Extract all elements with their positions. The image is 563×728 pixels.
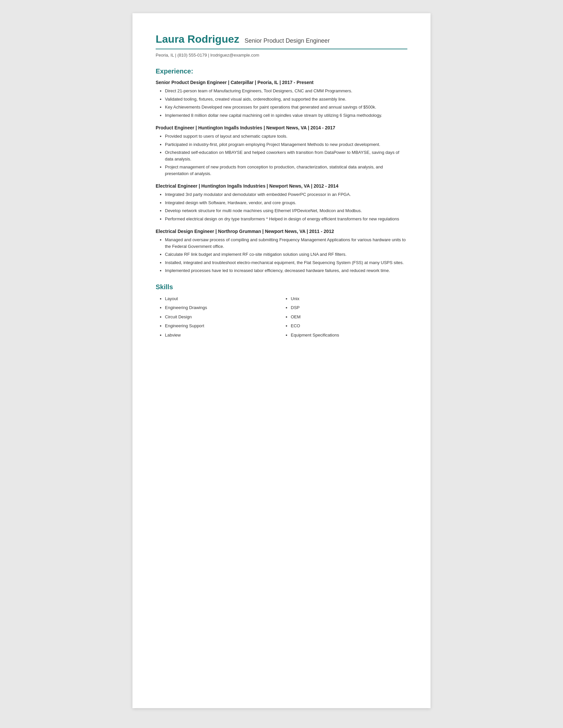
list-item: ECO	[291, 323, 407, 329]
list-item: Labview	[165, 332, 282, 339]
job-bullets-1: Direct 21-person team of Manufacturing E…	[156, 88, 407, 118]
list-item: Circuit Design	[165, 314, 282, 320]
list-item: OEM	[291, 314, 407, 320]
list-item: Integrated design with Software, Hardwar…	[165, 200, 407, 206]
list-item: Implemented 8 million dollar new capital…	[165, 112, 407, 119]
list-item: Orchestrated self-education on MBAYSE an…	[165, 149, 407, 162]
job-heading-1: Senior Product Design Engineer | Caterpi…	[156, 80, 407, 85]
experience-section: Experience: Senior Product Design Engine…	[156, 68, 407, 274]
job-bullets-2: Provided support to users of layout and …	[156, 133, 407, 177]
experience-title: Experience:	[156, 68, 407, 75]
list-item: Unix	[291, 296, 407, 302]
resume-page: Laura Rodriguez Senior Product Design En…	[132, 13, 431, 708]
list-item: Engineering Drawings	[165, 304, 282, 311]
skills-left-col: Layout Engineering Drawings Circuit Desi…	[156, 296, 282, 341]
job-heading-3: Electrical Engineer | Huntington Ingalls…	[156, 183, 407, 189]
list-item: Develop network structure for multi node…	[165, 207, 407, 214]
name-title-row: Laura Rodriguez Senior Product Design En…	[156, 33, 407, 45]
list-item: Equipment Specifications	[291, 332, 407, 339]
list-item: Implemented processes have led to increa…	[165, 267, 407, 274]
list-item: Installed, integrated and troubleshoot e…	[165, 259, 407, 266]
list-item: Project management of new products from …	[165, 164, 407, 177]
header-divider	[156, 49, 407, 49]
skills-right-col: Unix DSP OEM ECO Equipment Specification…	[282, 296, 407, 341]
job-heading-2: Product Engineer | Huntington Ingalls In…	[156, 125, 407, 130]
list-item: Provided support to users of layout and …	[165, 133, 407, 140]
contact-info: Peoria, IL | (810) 555-0179 | lrodriguez…	[156, 53, 407, 58]
job-heading-4: Electrical Design Engineer | Northrop Gr…	[156, 229, 407, 234]
job-block-3: Electrical Engineer | Huntington Ingalls…	[156, 183, 407, 222]
skills-columns: Layout Engineering Drawings Circuit Desi…	[156, 296, 407, 341]
job-bullets-3: Integrated 3rd party modulator and demod…	[156, 191, 407, 222]
job-bullets-4: Managed and oversaw process of compiling…	[156, 237, 407, 274]
list-item: Performed electrical design on dry type …	[165, 216, 407, 222]
list-item: Engineering Support	[165, 323, 282, 329]
job-title-header: Senior Product Design Engineer	[244, 37, 330, 44]
list-item: Calculate RF link budget and implement R…	[165, 251, 407, 258]
skills-title: Skills	[156, 283, 407, 291]
job-block-1: Senior Product Design Engineer | Caterpi…	[156, 80, 407, 118]
list-item: DSP	[291, 304, 407, 311]
header-section: Laura Rodriguez Senior Product Design En…	[156, 33, 407, 58]
skills-left-list: Layout Engineering Drawings Circuit Desi…	[156, 296, 282, 339]
list-item: Managed and oversaw process of compiling…	[165, 237, 407, 250]
job-block-4: Electrical Design Engineer | Northrop Gr…	[156, 229, 407, 274]
list-item: Validated tooling, fixtures, created vis…	[165, 96, 407, 103]
list-item: Integrated 3rd party modulator and demod…	[165, 191, 407, 198]
list-item: Participated in industry-first, pilot pr…	[165, 141, 407, 148]
list-item: Layout	[165, 296, 282, 302]
list-item: Key Achievements Developed new processes…	[165, 104, 407, 111]
skills-section: Skills Layout Engineering Drawings Circu…	[156, 283, 407, 341]
full-name: Laura Rodriguez	[156, 33, 239, 45]
skills-right-list: Unix DSP OEM ECO Equipment Specification…	[282, 296, 407, 339]
list-item: Direct 21-person team of Manufacturing E…	[165, 88, 407, 94]
job-block-2: Product Engineer | Huntington Ingalls In…	[156, 125, 407, 177]
